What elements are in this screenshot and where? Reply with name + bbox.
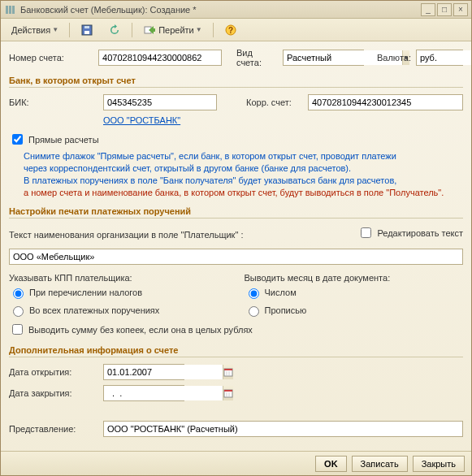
calendar-icon[interactable]: [223, 365, 233, 379]
goto-menu[interactable]: Перейти ▼: [137, 22, 208, 38]
bik-input[interactable]: [103, 94, 217, 110]
titlebar: Банковский счет (Мебельщик): Создание * …: [1, 1, 471, 19]
svg-rect-2: [12, 6, 15, 14]
svg-rect-4: [84, 31, 89, 34]
actions-label: Действия: [11, 25, 50, 35]
representation-label: Представление:: [9, 424, 98, 434]
refresh-icon: [108, 24, 121, 37]
dropdown-icon: ▼: [196, 26, 202, 33]
close-date-label: Дата закрытия:: [9, 388, 98, 398]
open-date-input[interactable]: [104, 365, 223, 379]
close-button[interactable]: Закрыть: [413, 456, 465, 472]
toolbar-separator: [213, 23, 214, 37]
kpp-option-wrapper: Во всех платежных поручениях: [9, 304, 228, 317]
svg-rect-0: [6, 6, 8, 14]
refresh-icon-button[interactable]: [102, 22, 127, 38]
print-section-title: Настройки печати платежных поручений: [9, 206, 463, 219]
payer-name-label: Текст наименования организации в поле "П…: [9, 230, 353, 240]
toolbar: Действия ▼ Перейти ▼ ?: [1, 19, 471, 41]
close-date-input[interactable]: [104, 386, 223, 400]
no-kopecks-label: Выводить сумму без копеек, если она в це…: [28, 325, 253, 335]
footer: OK Записать Закрыть: [1, 451, 471, 475]
note-line: Снимите флажок "Прямые расчеты", если ба…: [24, 150, 463, 162]
dropdown-icon: ▼: [52, 26, 58, 33]
close-window-button[interactable]: ×: [453, 3, 468, 16]
calendar-icon[interactable]: [223, 386, 233, 400]
month-option1-label: Числом: [265, 288, 297, 297]
bik-label: БИК:: [9, 97, 98, 107]
kpp-option1-label: При перечислении налогов: [29, 288, 142, 297]
payer-name-input[interactable]: [9, 249, 463, 265]
edit-text-label: Редактировать текст: [377, 228, 463, 238]
bank-section-title: Банк, в котором открыт счет: [9, 76, 463, 88]
direct-settlements-note: Снимите флажок "Прямые расчеты", если ба…: [24, 150, 463, 198]
account-type-combo[interactable]: ▼: [283, 50, 364, 66]
representation-input[interactable]: [103, 421, 463, 437]
account-type-label: Вид счета:: [236, 48, 278, 67]
actions-menu[interactable]: Действия ▼: [6, 22, 64, 38]
diskette-icon: [80, 24, 93, 37]
currency-label: Валюта:: [377, 53, 411, 63]
svg-rect-10: [224, 369, 232, 370]
save-button[interactable]: Записать: [352, 456, 408, 472]
window-title: Банковский счет (Мебельщик): Создание *: [20, 5, 419, 15]
month-label: Выводить месяц в дате документа:: [245, 273, 464, 283]
direct-settlements-checkbox[interactable]: [12, 134, 23, 145]
goto-label: Перейти: [158, 25, 194, 35]
svg-rect-1: [9, 6, 11, 14]
svg-text:?: ?: [228, 26, 233, 35]
save-icon-button[interactable]: [75, 22, 99, 38]
close-date-field[interactable]: [103, 385, 184, 401]
note-line: через корреспондентский счет, открытый в…: [24, 162, 463, 175]
edit-text-wrapper: Редактировать текст: [357, 225, 463, 240]
account-number-input[interactable]: [98, 50, 222, 66]
note-line: а номер счета и наименование банка, в ко…: [24, 187, 463, 199]
kpp-radio-taxes[interactable]: [13, 288, 24, 299]
edit-text-checkbox[interactable]: [361, 227, 371, 238]
currency-value[interactable]: [417, 50, 471, 65]
account-number-label: Номер счета:: [9, 53, 93, 63]
bank-link[interactable]: ООО "РОСТБАНК": [103, 115, 180, 125]
note-line: В платежных поручениях в поле "Банк полу…: [24, 175, 463, 187]
app-icon: [4, 3, 17, 16]
kpp-option-wrapper: При перечислении налогов: [9, 286, 228, 299]
svg-rect-14: [224, 390, 232, 392]
toolbar-separator: [132, 23, 132, 37]
maximize-button[interactable]: □: [437, 3, 452, 16]
currency-combo[interactable]: …: [416, 50, 463, 66]
open-date-label: Дата открытия:: [9, 367, 98, 377]
extra-section-title: Дополнительная информация о счете: [9, 345, 463, 357]
month-option-wrapper: Числом: [245, 286, 464, 299]
month-radio-words[interactable]: [249, 306, 259, 317]
kpp-option2-label: Во всех платежных поручениях: [29, 305, 159, 315]
goto-icon: [143, 24, 156, 37]
ok-button[interactable]: OK: [315, 456, 347, 472]
svg-rect-5: [84, 26, 89, 28]
help-icon: ?: [224, 24, 237, 37]
minimize-button[interactable]: _: [421, 3, 435, 16]
month-option2-label: Прописью: [265, 305, 307, 315]
kpp-radio-all[interactable]: [13, 306, 24, 317]
kpp-label: Указывать КПП плательщика:: [9, 273, 228, 283]
corr-input[interactable]: [308, 94, 463, 110]
toolbar-separator: [69, 23, 70, 37]
direct-settlements-label: Прямые расчеты: [28, 135, 99, 145]
help-button[interactable]: ?: [219, 22, 243, 38]
open-date-field[interactable]: [103, 364, 184, 380]
month-option-wrapper: Прописью: [245, 304, 464, 317]
corr-label: Корр. счет:: [246, 97, 303, 107]
month-radio-number[interactable]: [249, 288, 259, 299]
no-kopecks-checkbox[interactable]: [12, 324, 23, 335]
